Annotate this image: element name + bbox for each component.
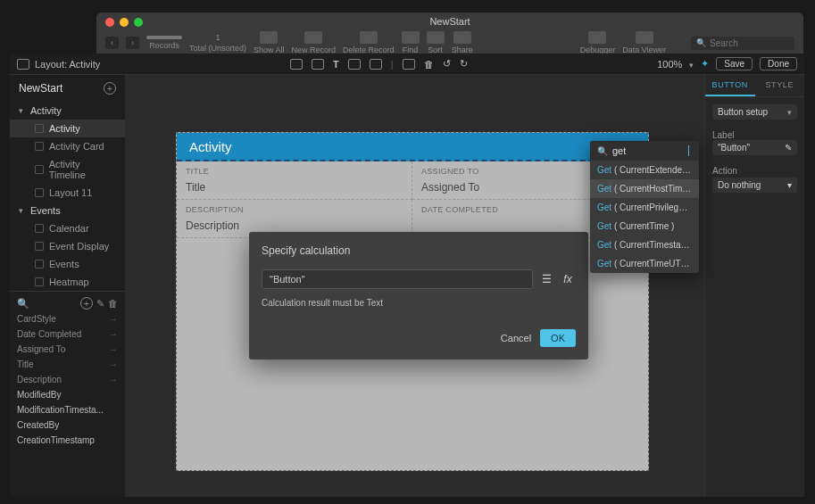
ac-item[interactable]: Get ( CurrentTime ) xyxy=(590,217,699,235)
sidebar-item-events[interactable]: Events xyxy=(10,255,125,273)
section-events[interactable]: Events xyxy=(10,202,125,219)
dataviewer-icon xyxy=(636,31,653,44)
label-input[interactable]: "Button" ✎ xyxy=(712,140,797,155)
tool-debugger[interactable]: Debugger xyxy=(580,31,616,54)
deleterecord-icon xyxy=(360,31,378,44)
field-createdby[interactable]: CreatedBy xyxy=(17,417,118,433)
field-modifiedby[interactable]: ModifiedBy xyxy=(17,387,118,402)
edit-field-icon[interactable]: ✎ xyxy=(96,298,104,310)
search-icon: 🔍 xyxy=(17,298,29,310)
project-header: NewStart + xyxy=(10,75,125,102)
button-setup-select[interactable]: Button setup xyxy=(712,104,797,120)
ac-item[interactable]: Get ( CurrentTimestamp ) xyxy=(590,235,699,254)
field-datecompleted[interactable]: Date Completed→ xyxy=(17,326,118,342)
ok-button[interactable]: OK xyxy=(540,329,576,347)
nav-fwd-button[interactable]: › xyxy=(126,37,139,49)
fields-search[interactable]: 🔍 + ✎ 🗑 xyxy=(17,295,118,311)
edit-icon[interactable]: ✎ xyxy=(785,143,792,153)
tab-style[interactable]: STYLE xyxy=(755,75,805,96)
tool-dataviewer[interactable]: Data Viewer xyxy=(622,31,666,54)
cancel-button[interactable]: Cancel xyxy=(501,333,531,343)
panel-toggle-icon[interactable] xyxy=(17,59,29,70)
zoom-chevron-icon[interactable] xyxy=(689,59,694,70)
cell-title[interactable]: TITLE Title xyxy=(177,161,412,200)
field-assignedto[interactable]: Assigned To→ xyxy=(17,342,118,357)
global-search-input[interactable] xyxy=(710,38,789,48)
tool-deleterecord[interactable]: Delete Record xyxy=(343,31,395,54)
tool-undo-icon[interactable]: ↺ xyxy=(443,58,451,70)
calculation-input[interactable]: "Button" xyxy=(262,269,533,289)
zoom-level[interactable]: 100% xyxy=(657,59,682,70)
inspector-panel: BUTTON STYLE Button setup Label "Button"… xyxy=(704,75,804,497)
tab-button[interactable]: BUTTON xyxy=(705,75,755,96)
total-label: Total (Unsorted) xyxy=(189,44,246,53)
sidebar-item-heatmap[interactable]: Heatmap xyxy=(10,273,125,291)
add-field-button[interactable]: + xyxy=(80,297,93,310)
tool-find[interactable]: Find xyxy=(402,31,420,54)
ac-item[interactable]: Get ( CurrentHostTimesta... xyxy=(590,179,699,198)
total-count: 1 xyxy=(216,33,220,42)
tool-type-icon[interactable]: T xyxy=(333,59,339,70)
tool-portal-icon[interactable] xyxy=(403,59,415,70)
sidebar-item-event-display[interactable]: Event Display xyxy=(10,237,125,255)
tool-sort[interactable]: Sort xyxy=(427,31,445,54)
tool-button-icon[interactable] xyxy=(370,59,382,70)
wand-icon[interactable]: ✦ xyxy=(701,58,709,70)
left-sidebar: NewStart + Activity Activity Activity Ca… xyxy=(10,75,126,497)
field-cardstyle[interactable]: CardStyle→ xyxy=(17,311,118,326)
app-toolbar: Layout: Activity T | 🗑 ↺ ↻ 100% ✦ Save D… xyxy=(10,54,804,75)
window-chrome: NewStart ‹ › Records 1 Total (Unsorted) … xyxy=(96,12,803,54)
layout-icon xyxy=(35,277,44,286)
records-group: Records xyxy=(146,36,182,50)
records-label: Records xyxy=(149,41,179,50)
sidebar-item-activity-card[interactable]: Activity Card xyxy=(10,137,125,155)
field-description[interactable]: Description→ xyxy=(17,372,118,387)
fx-icon[interactable]: fx xyxy=(560,271,576,287)
delete-field-icon[interactable]: 🗑 xyxy=(108,298,118,309)
global-search[interactable]: 🔍 xyxy=(691,37,794,50)
ac-item[interactable]: Get ( CurrentPrivilegeSetN... xyxy=(590,198,699,217)
tool-delete-icon[interactable]: 🗑 xyxy=(424,59,434,70)
ac-item[interactable]: Get ( CurrentTimeUTCMilli... xyxy=(590,254,699,273)
tool-text-icon[interactable] xyxy=(312,59,324,70)
layout-icon xyxy=(35,242,44,251)
window-title: NewStart xyxy=(96,16,803,27)
nav-back-button[interactable]: ‹ xyxy=(105,37,119,49)
ac-search-input[interactable] xyxy=(612,145,684,156)
sidebar-item-activity[interactable]: Activity xyxy=(10,120,125,137)
action-select[interactable]: Do nothing▾ xyxy=(712,178,797,193)
showall-icon xyxy=(260,31,278,44)
list-icon[interactable]: ☰ xyxy=(538,271,554,287)
records-slider[interactable] xyxy=(146,36,182,39)
field-modificationts[interactable]: ModificationTimesta... xyxy=(17,402,118,417)
add-layout-button[interactable]: + xyxy=(104,82,116,95)
find-icon xyxy=(402,31,420,44)
done-button[interactable]: Done xyxy=(760,57,797,70)
project-name: NewStart xyxy=(19,82,62,95)
sidebar-item-layout-11[interactable]: Layout 11 xyxy=(10,184,125,202)
sidebar-item-activity-timeline[interactable]: Activity Timeline xyxy=(10,155,125,184)
tool-showall[interactable]: Show All xyxy=(254,31,285,54)
section-activity[interactable]: Activity xyxy=(10,102,125,120)
sidebar-item-calendar[interactable]: Calendar xyxy=(10,219,125,237)
layout-icon xyxy=(35,224,44,233)
dialog-hint: Calculation result must be Text xyxy=(262,298,576,308)
total-group: 1 Total (Unsorted) xyxy=(189,33,246,53)
layout-title: Activity xyxy=(177,133,648,161)
tool-share[interactable]: Share xyxy=(452,31,473,54)
tool-selector-icon[interactable] xyxy=(290,59,303,70)
tool-redo-icon[interactable]: ↻ xyxy=(460,58,468,70)
share-icon xyxy=(453,31,471,44)
ac-item[interactable]: Get ( CurrentExtendedPriv... xyxy=(590,161,699,179)
field-creationts[interactable]: CreationTimestamp xyxy=(17,433,118,448)
tool-image-icon[interactable] xyxy=(348,59,361,70)
save-button[interactable]: Save xyxy=(716,57,753,70)
field-title[interactable]: Title→ xyxy=(17,357,118,372)
layout-icon xyxy=(35,165,44,174)
chevron-down-icon: ▾ xyxy=(787,180,792,190)
function-autocomplete: 🔍 Get ( CurrentExtendedPriv...Get ( Curr… xyxy=(590,141,699,273)
specify-calculation-dialog: Specify calculation "Button" ☰ fx Calcul… xyxy=(249,232,588,359)
debugger-icon xyxy=(588,31,606,44)
layout-icon xyxy=(35,124,44,133)
tool-newrecord[interactable]: New Record xyxy=(292,31,337,54)
